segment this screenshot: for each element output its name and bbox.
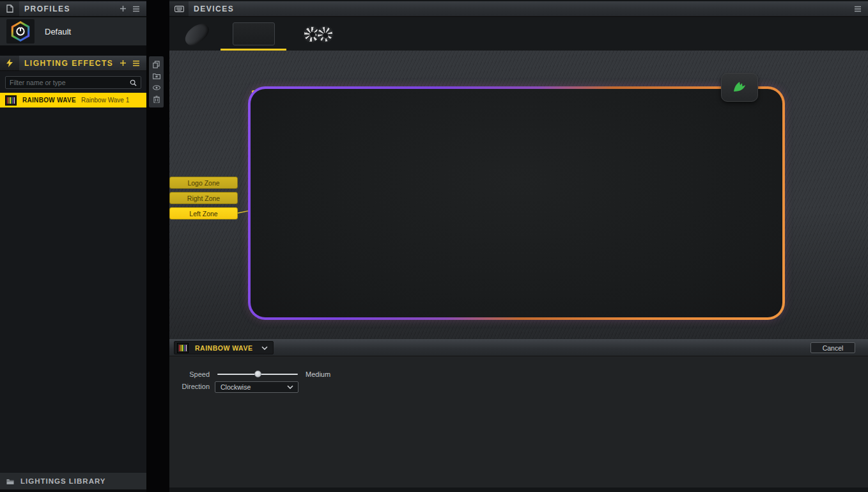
profile-logo-icon	[6, 19, 35, 44]
device-tab-mousepad[interactable]	[221, 20, 286, 48]
effect-dropdown-value: RAINBOW WAVE	[195, 344, 252, 352]
devices-menu-icon[interactable]	[854, 5, 862, 13]
corsair-sail-logo-icon	[732, 81, 747, 93]
profiles-panel-header: PROFILES	[0, 1, 146, 17]
effect-editor-panel: RAINBOW WAVE Cancel Speed Medium Directi…	[169, 339, 868, 488]
profiles-page-icon	[0, 1, 19, 17]
keyboard-icon	[169, 1, 189, 17]
rainbow-swatch-icon	[5, 95, 17, 106]
trash-icon[interactable]	[153, 95, 160, 103]
lighting-effects-list-area	[0, 71, 146, 473]
direction-select[interactable]: Clockwise	[215, 381, 298, 393]
lightings-library-bar[interactable]: LIGHTINGS LIBRARY	[0, 473, 146, 489]
profile-name: Default	[45, 27, 71, 36]
effect-list-item-rainbow-wave[interactable]: RAINBOW WAVE Rainbow Wave 1	[0, 93, 146, 107]
device-tabs-row	[169, 17, 868, 51]
speed-slider[interactable]	[217, 370, 298, 379]
device-lighting-canvas: Logo Zone Right Zone Left Zone	[169, 51, 868, 339]
sidebar: PROFILES	[0, 0, 146, 492]
zone-button-logo[interactable]: Logo Zone	[169, 177, 238, 189]
fan-icon	[314, 22, 337, 45]
profiles-panel-title: PROFILES	[24, 4, 70, 13]
effect-item-type: RAINBOW WAVE	[22, 97, 76, 104]
folder-icon	[6, 477, 14, 485]
rainbow-swatch-icon	[177, 343, 189, 353]
chevron-down-icon	[287, 385, 293, 389]
visibility-eye-icon[interactable]	[153, 84, 160, 91]
direction-select-value: Clockwise	[221, 383, 251, 391]
mousepad-device-outline[interactable]	[248, 86, 785, 320]
mousepad-surface	[251, 89, 782, 317]
search-icon[interactable]	[129, 79, 137, 86]
devices-main-panel: DEVICES	[169, 0, 868, 492]
speed-label: Speed	[169, 370, 210, 378]
lighting-effects-panel-header: LIGHTING EFFECTS	[0, 56, 146, 71]
devices-panel-header: DEVICES	[169, 1, 868, 17]
zone-button-right[interactable]: Right Zone	[169, 192, 238, 204]
cancel-button[interactable]: Cancel	[810, 342, 855, 353]
import-icon[interactable]	[153, 72, 160, 80]
mousepad-logo-zone[interactable]	[721, 73, 758, 102]
chevron-down-icon	[261, 346, 268, 350]
copy-icon[interactable]	[153, 61, 160, 68]
mousepad-thumbnail-icon	[233, 22, 275, 45]
effect-type-dropdown[interactable]: RAINBOW WAVE	[174, 341, 274, 354]
mouse-thumbnail-icon	[182, 19, 212, 49]
device-tab-mouse[interactable]	[174, 20, 219, 48]
lightning-bolt-icon	[0, 56, 19, 71]
add-effect-icon[interactable]	[119, 60, 127, 67]
effects-mini-toolbar	[149, 56, 164, 107]
speed-value: Medium	[306, 370, 330, 378]
lighting-effects-panel-title: LIGHTING EFFECTS	[24, 59, 113, 68]
device-tab-cooler[interactable]	[291, 20, 346, 48]
effects-filter-field	[5, 76, 141, 89]
direction-label: Direction	[169, 383, 210, 390]
profiles-menu-icon[interactable]	[132, 5, 140, 13]
effects-menu-icon[interactable]	[132, 60, 140, 67]
add-profile-icon[interactable]	[119, 5, 127, 13]
effect-item-name: Rainbow Wave 1	[81, 97, 129, 104]
effects-filter-input[interactable]	[10, 79, 129, 86]
profile-item-default[interactable]: Default	[0, 17, 146, 45]
speed-slider-thumb[interactable]	[254, 370, 261, 377]
effect-editor-header: RAINBOW WAVE Cancel	[169, 339, 868, 356]
lightings-library-label: LIGHTINGS LIBRARY	[20, 477, 106, 485]
icue-app-window: PROFILES	[0, 0, 868, 492]
zone-button-left[interactable]: Left Zone	[169, 207, 238, 219]
devices-panel-title: DEVICES	[194, 4, 234, 13]
